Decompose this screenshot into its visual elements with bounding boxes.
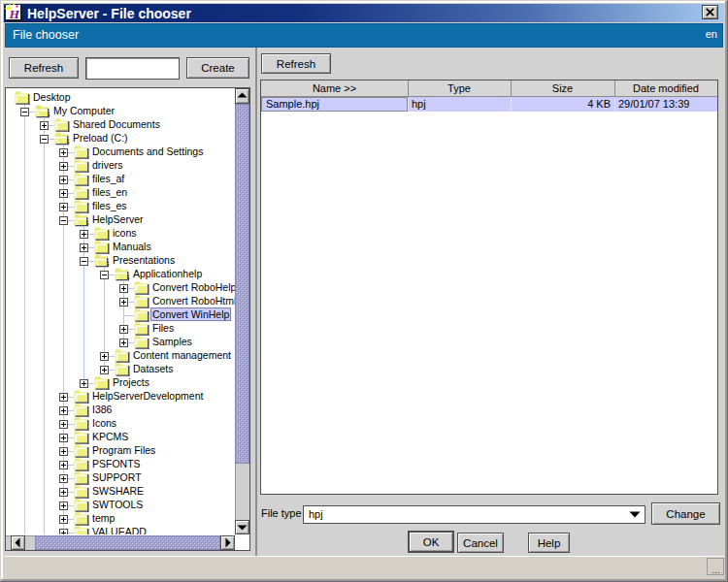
svg-text:H: H [9, 7, 20, 21]
